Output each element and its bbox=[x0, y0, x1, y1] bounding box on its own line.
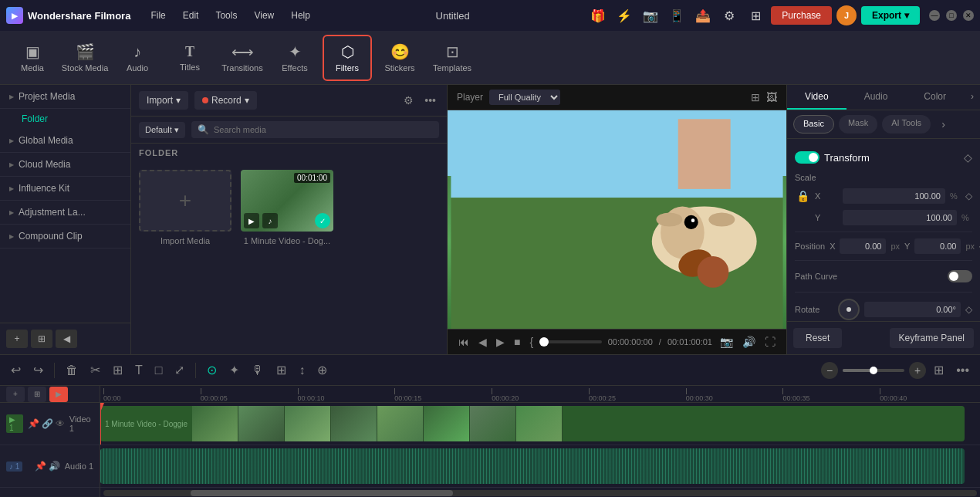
tab-audio[interactable]: Audio bbox=[847, 85, 906, 110]
tool-media[interactable]: ▣ Media bbox=[8, 35, 57, 81]
sidebar-item-compound-clip[interactable]: ▶ Compound Clip bbox=[0, 225, 130, 248]
audio-pin-btn[interactable]: 📌 bbox=[35, 461, 46, 472]
more-options-btn[interactable]: ••• bbox=[421, 93, 439, 108]
audio-clip[interactable] bbox=[100, 448, 965, 484]
split-btn[interactable]: ⊞ bbox=[272, 360, 291, 380]
filter-icon-btn[interactable]: ⚙ bbox=[400, 93, 417, 108]
collapse-panel-btn[interactable]: ◀ bbox=[56, 330, 77, 348]
tool-filters[interactable]: ⬡ Filters bbox=[323, 35, 372, 81]
link-icon[interactable]: 🔒 bbox=[796, 190, 809, 202]
scale-x-reset[interactable]: ◇ bbox=[965, 191, 972, 201]
menu-file[interactable]: File bbox=[143, 7, 173, 24]
delete-btn[interactable]: 🗑 bbox=[61, 360, 83, 380]
keyframe-panel-button[interactable]: Keyframe Panel bbox=[890, 328, 974, 348]
tool-titles[interactable]: T Titles bbox=[165, 35, 215, 81]
speed-btn[interactable]: ⊕ bbox=[313, 360, 332, 380]
right-tab-more[interactable]: › bbox=[965, 85, 980, 110]
maximize-button[interactable]: □ bbox=[946, 10, 957, 21]
sidebar-item-global-media[interactable]: ▶ Global Media bbox=[0, 129, 130, 153]
sidebar-item-cloud-media[interactable]: ▶ Cloud Media bbox=[0, 153, 130, 177]
grid-button[interactable]: ⊞ bbox=[745, 5, 766, 26]
user-avatar[interactable]: J bbox=[836, 5, 857, 25]
transform-reset-icon[interactable]: ◇ bbox=[964, 151, 972, 164]
audio-btn[interactable]: 🎙 bbox=[247, 360, 269, 380]
close-button[interactable]: ✕ bbox=[963, 10, 974, 21]
video-clip-thumb[interactable]: 00:01:00 ▶ ♪ ✓ bbox=[241, 170, 333, 232]
video-clip-item[interactable]: 00:01:00 ▶ ♪ ✓ 1 Minute Video - Dog... bbox=[241, 170, 333, 245]
timeline-dots-btn[interactable]: ••• bbox=[951, 360, 974, 380]
search-input[interactable] bbox=[214, 125, 433, 134]
rotate-reset[interactable]: ◇ bbox=[965, 304, 972, 315]
volume-btn[interactable]: 🔊 bbox=[741, 334, 757, 350]
frame-back-btn[interactable]: ◀ bbox=[477, 334, 488, 350]
record-button[interactable]: Record ▾ bbox=[194, 91, 257, 110]
tool-stickers[interactable]: 😊 Stickers bbox=[375, 35, 424, 81]
add-track-media-btn[interactable]: + bbox=[6, 387, 25, 402]
snap-btn[interactable]: ⊙ bbox=[202, 360, 221, 380]
subtab-mask[interactable]: Mask bbox=[839, 115, 877, 134]
expand-btn[interactable]: ⤢ bbox=[170, 360, 189, 380]
timeline-more-btn[interactable]: ⊞ bbox=[929, 360, 948, 380]
tool-audio[interactable]: ♪ Audio bbox=[113, 35, 162, 81]
replace-btn[interactable]: ↕ bbox=[294, 360, 309, 380]
reset-button[interactable]: Reset bbox=[793, 328, 842, 348]
undo-btn[interactable]: ↩ bbox=[6, 360, 25, 380]
menu-help[interactable]: Help bbox=[283, 7, 318, 24]
transform-btn[interactable]: □ bbox=[150, 360, 167, 380]
scale-y-input[interactable] bbox=[843, 210, 957, 225]
pos-y-input[interactable] bbox=[914, 238, 961, 254]
export-button[interactable]: Export ▾ bbox=[861, 6, 920, 25]
fullscreen-btn[interactable]: ⛶ bbox=[763, 334, 777, 350]
zoom-slider[interactable] bbox=[843, 369, 904, 372]
play-btn[interactable]: ▶ bbox=[495, 334, 506, 350]
subtab-more[interactable]: › bbox=[935, 115, 951, 134]
menu-tools[interactable]: Tools bbox=[208, 7, 245, 24]
audio-volume-btn[interactable]: 🔊 bbox=[49, 461, 60, 472]
purchase-button[interactable]: Purchase bbox=[771, 6, 832, 25]
skip-back-btn[interactable]: ⏮ bbox=[457, 334, 471, 350]
tool-transitions[interactable]: ⟷ Transitions bbox=[218, 35, 267, 81]
tool-effects[interactable]: ✦ Effects bbox=[270, 35, 319, 81]
crop-btn[interactable]: ⊞ bbox=[108, 360, 127, 380]
text-btn[interactable]: T bbox=[130, 360, 147, 380]
fx-btn[interactable]: ✦ bbox=[225, 360, 244, 380]
sidebar-item-project-media[interactable]: ▶ Project Media bbox=[0, 85, 130, 109]
playhead-btn[interactable]: ▶ bbox=[49, 387, 68, 402]
tab-video[interactable]: Video bbox=[787, 85, 847, 110]
subtab-ai-tools[interactable]: AI Tools bbox=[882, 115, 931, 134]
zoom-out-btn[interactable]: − bbox=[821, 362, 838, 379]
subtab-basic[interactable]: Basic bbox=[793, 115, 834, 134]
import-media-thumb[interactable]: + bbox=[139, 170, 231, 232]
grid-panel-btn[interactable]: ⊞ bbox=[31, 330, 52, 348]
transform-toggle[interactable] bbox=[795, 151, 819, 164]
grid-view-btn[interactable]: ⊞ bbox=[751, 91, 760, 103]
loop-btn[interactable]: { bbox=[528, 334, 535, 350]
screen-button[interactable]: 📱 bbox=[666, 5, 688, 26]
minimize-button[interactable]: — bbox=[929, 10, 940, 21]
quality-select[interactable]: Full Quality bbox=[489, 90, 560, 105]
video-clip[interactable]: 1 Minute Video - Doggie bbox=[100, 406, 965, 441]
horizontal-scrollbar[interactable] bbox=[103, 490, 977, 496]
rotate-circle[interactable] bbox=[838, 299, 860, 320]
menu-view[interactable]: View bbox=[246, 7, 282, 24]
tool-templates[interactable]: ⊡ Templates bbox=[427, 35, 477, 81]
photo-view-btn[interactable]: 🖼 bbox=[766, 91, 777, 103]
sidebar-item-adjustment-layer[interactable]: ▶ Adjustment La... bbox=[0, 201, 130, 225]
media-button[interactable]: 📷 bbox=[640, 5, 661, 26]
video-eye-btn[interactable]: 👁 bbox=[56, 418, 65, 429]
import-button[interactable]: Import ▾ bbox=[139, 91, 188, 110]
cut-btn[interactable]: ✂ bbox=[86, 360, 105, 380]
default-sort-select[interactable]: Default ▾ bbox=[139, 122, 185, 138]
video-pin-btn[interactable]: 📌 bbox=[28, 418, 39, 429]
menu-edit[interactable]: Edit bbox=[175, 7, 207, 24]
scale-x-input[interactable] bbox=[843, 188, 945, 204]
pos-x-input[interactable] bbox=[840, 238, 886, 254]
tab-color[interactable]: Color bbox=[905, 85, 965, 110]
effects-button[interactable]: ⚡ bbox=[613, 5, 635, 26]
tool-stock-media[interactable]: 🎬 Stock Media bbox=[60, 35, 110, 81]
progress-bar[interactable] bbox=[541, 340, 602, 343]
import-media-item[interactable]: + Import Media bbox=[139, 170, 231, 245]
redo-btn[interactable]: ↪ bbox=[29, 360, 48, 380]
track-settings-btn[interactable]: ⊞ bbox=[28, 387, 46, 402]
path-curve-toggle[interactable] bbox=[948, 270, 972, 282]
